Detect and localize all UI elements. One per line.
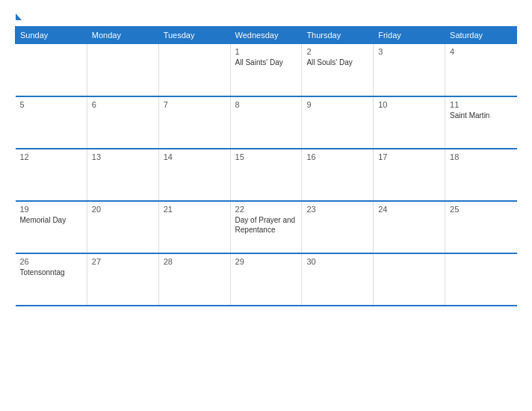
- day-number: 9: [306, 100, 368, 109]
- day-number: 23: [306, 205, 368, 214]
- calendar-cell: 5: [16, 96, 87, 149]
- calendar-cell: 26Totensonntag: [16, 253, 87, 306]
- day-number: 17: [378, 152, 440, 161]
- calendar-cell: 12: [16, 149, 87, 201]
- week-row-2: 567891011Saint Martin: [16, 96, 517, 149]
- day-number: 22: [235, 205, 297, 214]
- calendar-cell: [374, 253, 445, 306]
- day-number: 3: [378, 47, 440, 56]
- weekday-header-friday: Friday: [374, 27, 445, 44]
- day-number: 16: [306, 152, 368, 161]
- calendar-cell: 16: [302, 149, 374, 201]
- logo-triangle-icon: [16, 13, 22, 20]
- logo: [15, 13, 22, 19]
- day-number: 30: [306, 257, 368, 266]
- day-number: 4: [450, 47, 512, 56]
- day-number: 24: [378, 205, 440, 214]
- page: SundayMondayTuesdayWednesdayThursdayFrid…: [0, 0, 532, 411]
- weekday-header-thursday: Thursday: [302, 27, 374, 44]
- calendar-cell: 11Saint Martin: [445, 96, 517, 149]
- calendar-header: SundayMondayTuesdayWednesdayThursdayFrid…: [16, 27, 517, 44]
- holiday-label: All Souls' Day: [306, 58, 368, 67]
- calendar-cell: 18: [445, 149, 517, 201]
- calendar-cell: 13: [87, 149, 158, 201]
- calendar-cell: 30: [302, 253, 374, 306]
- day-number: 6: [92, 100, 154, 109]
- holiday-label: All Saints' Day: [235, 58, 297, 67]
- week-row-4: 19Memorial Day202122Day of Prayer and Re…: [16, 201, 517, 253]
- weekday-header-wednesday: Wednesday: [230, 27, 302, 44]
- day-number: 11: [450, 100, 512, 109]
- calendar-cell: 4: [445, 44, 517, 96]
- calendar-cell: 24: [374, 201, 445, 253]
- calendar-cell: 28: [158, 253, 230, 306]
- day-number: 14: [164, 152, 226, 161]
- day-number: 7: [164, 100, 226, 109]
- day-number: 29: [235, 257, 297, 266]
- holiday-label: Day of Prayer and Repentance: [235, 215, 297, 235]
- calendar-cell: 7: [158, 96, 230, 149]
- day-number: 25: [450, 205, 512, 214]
- holiday-label: Totensonntag: [20, 268, 82, 277]
- calendar-cell: 25: [445, 201, 517, 253]
- calendar-cell: 1All Saints' Day: [230, 44, 302, 96]
- weekday-header-monday: Monday: [87, 27, 158, 44]
- calendar-cell: [158, 44, 230, 96]
- day-number: 2: [306, 47, 368, 56]
- calendar-cell: 10: [374, 96, 445, 149]
- day-number: 28: [164, 257, 226, 266]
- calendar-cell: 8: [230, 96, 302, 149]
- calendar-body: 1All Saints' Day2All Souls' Day345678910…: [16, 44, 517, 306]
- day-number: 12: [20, 152, 82, 161]
- calendar-cell: 21: [158, 201, 230, 253]
- day-number: 10: [378, 100, 440, 109]
- day-number: 1: [235, 47, 297, 56]
- calendar-cell: 22Day of Prayer and Repentance: [230, 201, 302, 253]
- calendar-cell: 19Memorial Day: [16, 201, 87, 253]
- calendar-cell: 27: [87, 253, 158, 306]
- calendar-cell: 15: [230, 149, 302, 201]
- calendar-cell: 23: [302, 201, 374, 253]
- calendar-cell: [16, 44, 87, 96]
- calendar-cell: 17: [374, 149, 445, 201]
- calendar-table: SundayMondayTuesdayWednesdayThursdayFrid…: [15, 26, 517, 306]
- week-row-5: 26Totensonntag27282930: [16, 253, 517, 306]
- day-number: 15: [235, 152, 297, 161]
- weekday-header-row: SundayMondayTuesdayWednesdayThursdayFrid…: [16, 27, 517, 44]
- calendar-cell: 3: [374, 44, 445, 96]
- calendar-cell: 2All Souls' Day: [302, 44, 374, 96]
- weekday-header-saturday: Saturday: [445, 27, 517, 44]
- holiday-label: Saint Martin: [450, 111, 512, 120]
- calendar-cell: 9: [302, 96, 374, 149]
- calendar-cell: 6: [87, 96, 158, 149]
- calendar-cell: 20: [87, 201, 158, 253]
- holiday-label: Memorial Day: [20, 215, 82, 225]
- day-number: 19: [20, 205, 82, 214]
- day-number: 8: [235, 100, 297, 109]
- week-row-1: 1All Saints' Day2All Souls' Day34: [16, 44, 517, 96]
- calendar-cell: [87, 44, 158, 96]
- weekday-header-sunday: Sunday: [16, 27, 87, 44]
- day-number: 5: [20, 100, 82, 109]
- calendar-cell: 29: [230, 253, 302, 306]
- day-number: 18: [450, 152, 512, 161]
- calendar-cell: 14: [158, 149, 230, 201]
- day-number: 13: [92, 152, 154, 161]
- day-number: 21: [164, 205, 226, 214]
- day-number: 27: [92, 257, 154, 266]
- day-number: 20: [92, 205, 154, 214]
- calendar-cell: [445, 253, 517, 306]
- day-number: 26: [20, 257, 82, 266]
- weekday-header-tuesday: Tuesday: [158, 27, 230, 44]
- header: [15, 13, 517, 19]
- week-row-3: 12131415161718: [16, 149, 517, 201]
